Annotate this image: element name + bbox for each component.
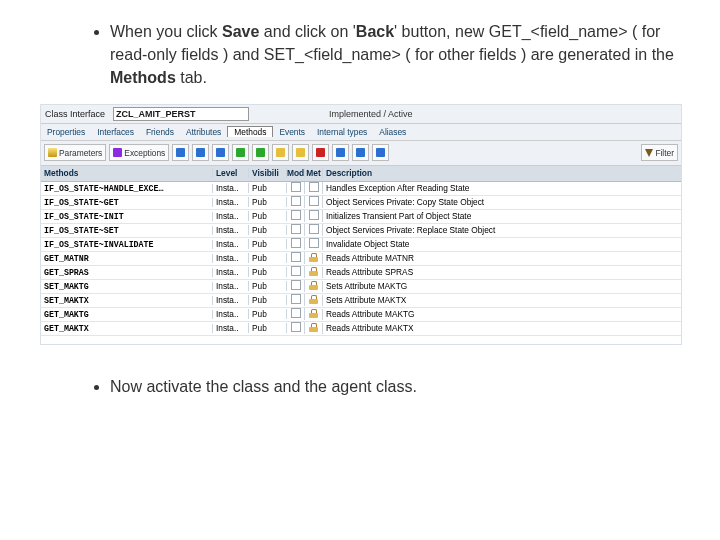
checkbox-icon[interactable]: [291, 224, 301, 234]
toolbar-button[interactable]: [312, 144, 329, 161]
checkbox-icon[interactable]: [291, 238, 301, 248]
folder-icon: [296, 148, 305, 157]
toolbar-button[interactable]: [352, 144, 369, 161]
class-name-field[interactable]: ZCL_AMIT_PERST: [113, 107, 249, 121]
cell-level: Insta..: [213, 281, 249, 291]
cell-mod[interactable]: [287, 280, 305, 292]
checkbox-icon[interactable]: [291, 294, 301, 304]
checkbox-icon[interactable]: [291, 308, 301, 318]
cell-level: Insta..: [213, 225, 249, 235]
label: Parameters: [59, 148, 102, 158]
folder-icon: [276, 148, 285, 157]
cell-method: GET_MATNR: [41, 254, 213, 263]
checkbox-icon[interactable]: [291, 196, 301, 206]
checkbox-icon[interactable]: [291, 210, 301, 220]
text: and click on ': [259, 23, 355, 40]
cell-visibility: Pub: [249, 281, 287, 291]
square-icon: [336, 148, 345, 157]
table-row[interactable]: SET_MAKTGInsta..PubSets Attribute MAKTG: [41, 280, 681, 294]
cell-mod[interactable]: [287, 308, 305, 320]
toolbar-button[interactable]: [212, 144, 229, 161]
tab-interfaces[interactable]: Interfaces: [91, 127, 140, 137]
checkbox-icon[interactable]: [309, 210, 319, 220]
cell-visibility: Pub: [249, 295, 287, 305]
col-methods[interactable]: Methods: [41, 168, 213, 178]
toolbar-button[interactable]: [252, 144, 269, 161]
checkbox-icon[interactable]: [291, 280, 301, 290]
table-row[interactable]: GET_MAKTGInsta..PubReads Attribute MAKTG: [41, 308, 681, 322]
checkbox-icon[interactable]: [309, 224, 319, 234]
cell-met[interactable]: [305, 267, 323, 278]
cell-met[interactable]: [305, 182, 323, 194]
checkbox-icon[interactable]: [309, 182, 319, 192]
parameters-icon: [48, 148, 57, 157]
cell-met[interactable]: [305, 210, 323, 222]
toolbar-button[interactable]: [232, 144, 249, 161]
checkbox-icon[interactable]: [309, 196, 319, 206]
cell-description: Reads Attribute MATNR: [323, 253, 681, 263]
cell-mod[interactable]: [287, 294, 305, 306]
cell-met[interactable]: [305, 196, 323, 208]
exceptions-button[interactable]: Exceptions: [109, 144, 169, 161]
checkbox-icon[interactable]: [291, 182, 301, 192]
cell-mod[interactable]: [287, 322, 305, 334]
cell-met[interactable]: [305, 309, 323, 320]
checkbox-icon[interactable]: [291, 322, 301, 332]
toolbar-button[interactable]: [172, 144, 189, 161]
filter-button[interactable]: Filter: [641, 144, 678, 161]
cell-mod[interactable]: [287, 252, 305, 264]
checkbox-icon[interactable]: [309, 238, 319, 248]
cell-met[interactable]: [305, 253, 323, 264]
col-description[interactable]: Description: [323, 168, 681, 178]
checkbox-icon[interactable]: [291, 252, 301, 262]
cell-visibility: Pub: [249, 197, 287, 207]
table-row[interactable]: IF_OS_STATE~HANDLE_EXCE…Insta..PubHandle…: [41, 182, 681, 196]
tab-friends[interactable]: Friends: [140, 127, 180, 137]
table-row[interactable]: IF_OS_STATE~SETInsta..PubObject Services…: [41, 224, 681, 238]
cell-method: SET_MAKTG: [41, 282, 213, 291]
tab-attributes[interactable]: Attributes: [180, 127, 227, 137]
blank-rows: [41, 336, 681, 344]
toolbar-button[interactable]: [332, 144, 349, 161]
table-row[interactable]: IF_OS_STATE~INVALIDATEInsta..PubInvalida…: [41, 238, 681, 252]
cell-mod[interactable]: [287, 210, 305, 222]
cell-mod[interactable]: [287, 196, 305, 208]
cell-mod[interactable]: [287, 238, 305, 250]
cell-met[interactable]: [305, 281, 323, 292]
cell-mod[interactable]: [287, 182, 305, 194]
tab-events[interactable]: Events: [273, 127, 311, 137]
cell-met[interactable]: [305, 238, 323, 250]
square-icon: [216, 148, 225, 157]
exceptions-icon: [113, 148, 122, 157]
toolbar-button[interactable]: [272, 144, 289, 161]
col-mod[interactable]: Mod: [287, 168, 305, 178]
cell-met[interactable]: [305, 224, 323, 236]
tab-methods[interactable]: Methods: [227, 126, 273, 137]
col-visibility[interactable]: Visibili: [249, 168, 287, 178]
label: Exceptions: [124, 148, 165, 158]
col-level[interactable]: Level: [213, 168, 249, 178]
table-row[interactable]: GET_SPRASInsta..PubReads Attribute SPRAS: [41, 266, 681, 280]
table-row[interactable]: GET_MATNRInsta..PubReads Attribute MATNR: [41, 252, 681, 266]
table-row[interactable]: IF_OS_STATE~INITInsta..PubInitializes Tr…: [41, 210, 681, 224]
parameters-button[interactable]: Parameters: [44, 144, 106, 161]
toolbar-button[interactable]: [372, 144, 389, 161]
toolbar-button[interactable]: [192, 144, 209, 161]
tab-properties[interactable]: Properties: [41, 127, 91, 137]
cell-visibility: Pub: [249, 253, 287, 263]
col-met[interactable]: Met: [305, 168, 323, 178]
table-row[interactable]: GET_MAKTXInsta..PubReads Attribute MAKTX: [41, 322, 681, 336]
table-row[interactable]: IF_OS_STATE~GETInsta..PubObject Services…: [41, 196, 681, 210]
cell-mod[interactable]: [287, 266, 305, 278]
table-row[interactable]: SET_MAKTXInsta..PubSets Attribute MAKTX: [41, 294, 681, 308]
cell-met[interactable]: [305, 295, 323, 306]
cell-visibility: Pub: [249, 309, 287, 319]
cell-mod[interactable]: [287, 224, 305, 236]
tab-internal-types[interactable]: Internal types: [311, 127, 373, 137]
toolbar-button[interactable]: [292, 144, 309, 161]
cell-met[interactable]: [305, 323, 323, 334]
checkbox-icon[interactable]: [291, 266, 301, 276]
lock-icon: [309, 295, 318, 304]
tab-aliases[interactable]: Aliases: [373, 127, 412, 137]
cell-method: IF_OS_STATE~INVALIDATE: [41, 240, 213, 249]
